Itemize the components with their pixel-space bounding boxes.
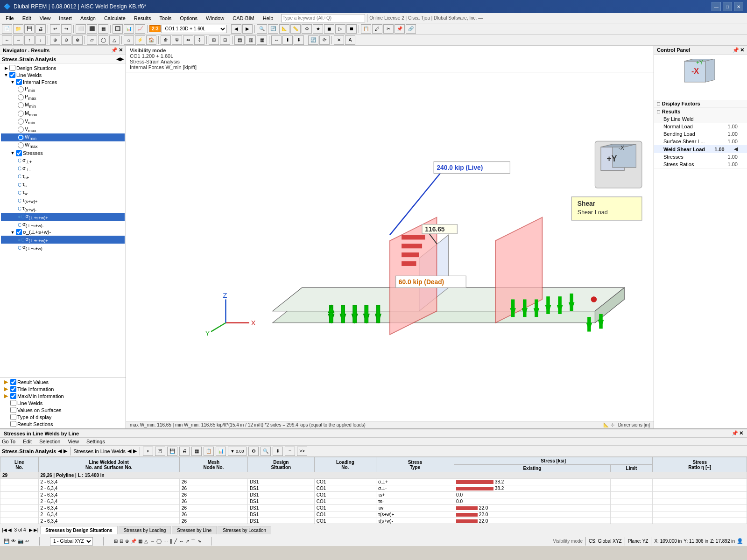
tab-loading[interactable]: Stresses by Loading — [119, 526, 171, 534]
bottom-close-icon[interactable]: ✕ — [739, 430, 743, 436]
tb2-btn-4[interactable]: ↓ — [35, 35, 46, 45]
menu-cad-bim[interactable]: CAD-BIM — [229, 14, 258, 22]
res-tb-2[interactable]: ⚿ — [155, 447, 165, 456]
status-tb-7[interactable]: → — [150, 539, 155, 544]
status-tb-12[interactable]: ↔ — [179, 539, 183, 544]
radio-p-min[interactable] — [18, 86, 24, 92]
menu-selection[interactable]: Selection — [39, 439, 60, 444]
check-stresses[interactable] — [16, 150, 22, 156]
navigator-close-icon[interactable]: ✕ — [119, 47, 123, 53]
tb2-btn-6[interactable]: ⊖ — [61, 35, 71, 45]
tb-nav-next[interactable]: ▶ — [242, 24, 253, 34]
tb-btn-4[interactable]: 🔲 — [113, 24, 123, 34]
nav-prev-icon[interactable]: ◀ — [116, 56, 120, 62]
tree-stress-ratios[interactable]: ▼ σ_(⊥+s+w)- — [1, 229, 125, 236]
check-stress-ratios[interactable] — [16, 229, 22, 235]
tb-btn-16[interactable]: 📋 — [361, 24, 371, 34]
tb-btn-8[interactable]: 🔄 — [268, 24, 278, 34]
tab-by-line[interactable]: Stresses by Line — [172, 526, 217, 534]
check-internal-forces[interactable] — [16, 79, 22, 85]
tb2-btn-25[interactable]: ⬇ — [294, 35, 304, 45]
nav-line-welds-disp[interactable]: Line Welds — [1, 399, 125, 406]
tb-nav-prev[interactable]: ◀ — [231, 24, 241, 34]
tb2-btn-2[interactable]: → — [13, 35, 23, 45]
check-result-sections[interactable] — [10, 421, 16, 427]
tb2-btn-1[interactable]: ← — [2, 35, 12, 45]
menu-edit-results[interactable]: Edit — [23, 439, 32, 444]
dimensions-icon[interactable]: ⊹ — [611, 422, 614, 427]
tb-btn-1[interactable]: ⬜ — [76, 24, 86, 34]
nav-type-display[interactable]: Type of display — [1, 413, 125, 420]
tb2-btn-20[interactable]: ▤ — [234, 35, 245, 45]
results-stresses-nav-prev[interactable]: ◀ — [127, 448, 131, 454]
tb2-btn-3[interactable]: ↑ — [24, 35, 35, 45]
nav-title-info[interactable]: ▶ Title Information — [1, 385, 125, 392]
tab-first[interactable]: |◀ — [2, 527, 7, 532]
menu-results[interactable]: Results — [130, 14, 155, 22]
tree-tau-sw-minus[interactable]: Cτ(s+w)- — [1, 205, 125, 213]
keyword-search[interactable] — [281, 14, 365, 22]
tree-tau-w[interactable]: Cτw — [1, 189, 125, 196]
nav-result-sections[interactable]: Result Sections — [1, 420, 125, 427]
menu-file[interactable]: File — [2, 14, 18, 22]
res-tb-8[interactable]: ▼ 0.00 — [228, 447, 247, 456]
tab-by-location[interactable]: Stresses by Location — [218, 526, 271, 534]
tree-tau-s-plus[interactable]: Cτs+ — [1, 173, 125, 181]
cp-results-title[interactable]: □ Results — [654, 108, 747, 115]
redo-button[interactable]: ↪ — [61, 24, 71, 34]
menu-tools[interactable]: Tools — [155, 14, 175, 22]
tree-design-situations[interactable]: ▶ Design Situations — [1, 64, 125, 71]
tree-ratio-minus[interactable]: Cσ(⊥+s+w)- — [1, 244, 125, 252]
tb2-btn-19[interactable]: ⊟ — [220, 35, 230, 45]
tb-btn-13[interactable]: ◼ — [324, 24, 334, 34]
tb2-btn-21[interactable]: ▥ — [246, 35, 256, 45]
table-row[interactable]: 2 - 6,3,426DS1CO1σ⊥+ 38.2 — [0, 479, 747, 485]
check-type-display[interactable] — [10, 414, 16, 420]
menu-settings[interactable]: Settings — [86, 439, 105, 444]
radio-v-min[interactable] — [18, 119, 24, 125]
menu-goto[interactable]: Go To — [2, 439, 15, 444]
tb2-btn-27[interactable]: ⟳ — [319, 35, 330, 45]
res-tb-10[interactable]: 🔍 — [261, 447, 271, 456]
menu-window[interactable]: Window — [202, 14, 228, 22]
check-line-welds-disp[interactable] — [10, 400, 16, 406]
results-nav-prev[interactable]: ◀ — [58, 448, 62, 454]
save-button[interactable]: 💾 — [24, 24, 35, 34]
status-tb-15[interactable]: ∿ — [197, 539, 201, 544]
tb2-btn-10[interactable]: △ — [109, 35, 120, 45]
tb2-btn-22[interactable]: ▦ — [257, 35, 267, 45]
tb-btn-5[interactable]: 📊 — [124, 24, 134, 34]
status-icon-3[interactable]: 📷 — [18, 539, 23, 544]
tree-tau-sw-plus[interactable]: Cτ(s+w)+ — [1, 196, 125, 204]
status-tb-13[interactable]: ↗ — [185, 539, 189, 544]
tree-v-min[interactable]: Vmin — [1, 118, 125, 126]
res-tb-9[interactable]: ⚙ — [248, 447, 259, 456]
cp-expand-df[interactable]: □ — [657, 101, 660, 106]
tree-m-max[interactable]: Mmax — [1, 110, 125, 118]
tab-last[interactable]: ▶| — [34, 527, 39, 532]
navigator-pin-icon[interactable]: 📌 — [111, 47, 118, 53]
coord-system-selector[interactable]: 1 - Global XYZ — [50, 537, 93, 546]
tb2-btn-29[interactable]: A — [345, 35, 355, 45]
check-design-situations[interactable] — [9, 65, 15, 71]
expand-design-situations[interactable]: ▶ — [3, 66, 9, 70]
tree-sigma-total-minus[interactable]: Cσ(⊥+s+w)- — [1, 221, 125, 229]
cp-close-icon[interactable]: ✕ — [740, 47, 744, 53]
radio-v-max[interactable] — [18, 126, 24, 133]
results-nav-next[interactable]: ▶ — [63, 448, 67, 454]
menu-edit[interactable]: Edit — [19, 14, 35, 22]
tb2-btn-12[interactable]: ⚡ — [135, 35, 145, 45]
tree-sigma-total-plus[interactable]: ●Cσ(⊥+s+w)+ — [1, 213, 125, 221]
tb-btn-11[interactable]: ⚙ — [302, 24, 312, 34]
tree-w-max[interactable]: Wmax — [1, 141, 125, 149]
menu-calculate[interactable]: Calculate — [100, 14, 129, 22]
dimensions-icon2[interactable]: 📐 — [603, 422, 609, 427]
open-button[interactable]: 📁 — [13, 24, 23, 34]
tb-btn-14[interactable]: ▷ — [335, 24, 345, 34]
tb-btn-6[interactable]: 📈 — [135, 24, 145, 34]
tab-next[interactable]: ▶ — [29, 527, 33, 532]
check-title-info[interactable] — [10, 386, 16, 392]
menu-view[interactable]: View — [36, 14, 55, 22]
check-line-welds[interactable] — [9, 72, 15, 78]
tb-btn-12[interactable]: ★ — [313, 24, 323, 34]
